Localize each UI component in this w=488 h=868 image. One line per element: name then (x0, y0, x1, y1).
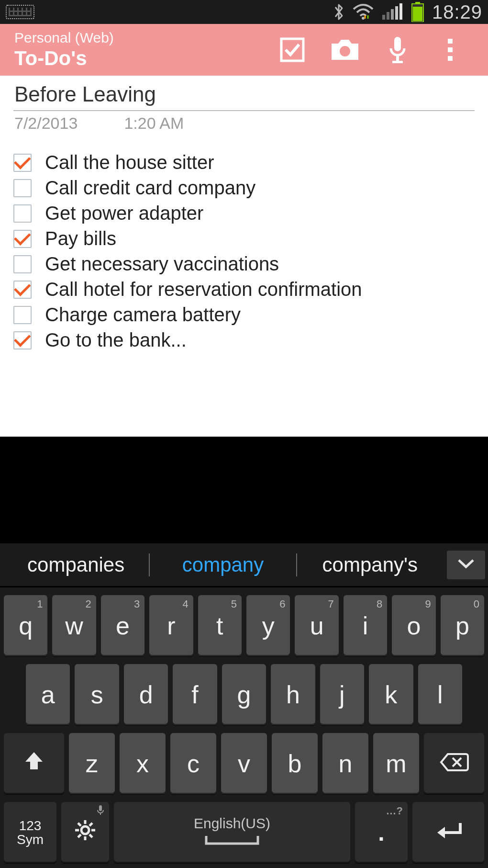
todo-text[interactable]: Call the house sitter (45, 152, 214, 173)
key-x[interactable]: x (120, 733, 166, 794)
symbols-mode-key[interactable]: 123 Sym (4, 802, 56, 863)
todo-checkbox[interactable] (13, 306, 32, 324)
key-s[interactable]: s (75, 664, 119, 725)
key-label: h (286, 680, 300, 709)
key-label: c (187, 749, 200, 778)
key-label: v (238, 749, 250, 778)
key-sup: 6 (279, 598, 285, 610)
svg-rect-18 (100, 813, 101, 815)
svg-rect-16 (448, 56, 453, 61)
suggestion[interactable]: company (150, 553, 296, 576)
soft-keyboard[interactable]: companiescompanycompany's 1q2w3e4r5t6y7u… (0, 543, 488, 868)
suggestion[interactable]: company's (297, 553, 443, 576)
svg-rect-4 (395, 6, 398, 20)
todo-item[interactable]: Get power adapter (13, 201, 475, 226)
key-sup: 2 (86, 598, 91, 610)
todo-item[interactable]: Call the house sitter (13, 150, 475, 175)
svg-point-19 (81, 826, 89, 834)
key-label: r (167, 611, 175, 640)
key-c[interactable]: c (170, 733, 216, 794)
key-m[interactable]: m (373, 733, 419, 794)
suggestion[interactable]: companies (3, 553, 149, 576)
todo-text[interactable]: Call credit card company (45, 177, 255, 199)
keyboard-settings-key[interactable] (61, 802, 109, 863)
backspace-key[interactable] (424, 733, 484, 794)
key-e[interactable]: 3e (101, 595, 144, 656)
todo-text[interactable]: Pay bills (45, 228, 116, 249)
todo-item[interactable]: Pay bills (13, 226, 475, 251)
space-language-label: English(US) (194, 815, 270, 832)
svg-rect-8 (413, 7, 422, 21)
key-b[interactable]: b (272, 733, 318, 794)
key-y[interactable]: 6y (246, 595, 290, 656)
svg-rect-3 (391, 9, 394, 20)
new-checklist-button[interactable] (266, 24, 319, 76)
period-key[interactable]: …? . (355, 802, 408, 863)
todo-item[interactable]: Charge camera battery (13, 302, 475, 327)
key-a[interactable]: a (26, 664, 70, 725)
key-d[interactable]: d (124, 664, 168, 725)
key-sup: 0 (474, 598, 479, 610)
key-n[interactable]: n (322, 733, 368, 794)
voice-note-button[interactable] (371, 24, 424, 76)
note-editor[interactable]: Before Leaving 7/2/2013 1:20 AM Call the… (0, 76, 488, 437)
todo-text[interactable]: Get power adapter (45, 203, 203, 224)
key-v[interactable]: v (221, 733, 267, 794)
todo-checkbox[interactable] (13, 331, 32, 349)
key-k[interactable]: k (369, 664, 413, 725)
key-label: j (339, 680, 345, 709)
overflow-button[interactable] (424, 24, 477, 76)
todo-text[interactable]: Go to the bank... (45, 329, 187, 351)
todo-item[interactable]: Call hotel for reservation confirmation (13, 277, 475, 302)
period-sup: …? (386, 805, 403, 817)
todo-checkbox[interactable] (13, 179, 32, 197)
todo-checkbox[interactable] (13, 255, 32, 273)
todo-checkbox[interactable] (13, 154, 32, 172)
key-t[interactable]: 5t (198, 595, 242, 656)
key-z[interactable]: z (69, 733, 115, 794)
collapse-suggestions-button[interactable] (447, 551, 485, 579)
svg-line-27 (78, 834, 81, 837)
svg-rect-2 (387, 12, 389, 20)
key-w[interactable]: 2w (52, 595, 96, 656)
key-h[interactable]: h (271, 664, 315, 725)
shift-key[interactable] (4, 733, 64, 794)
todo-item[interactable]: Call credit card company (13, 175, 475, 201)
battery-icon (411, 2, 424, 22)
todo-list[interactable]: Call the house sitterCall credit card co… (13, 150, 475, 353)
key-r[interactable]: 4r (149, 595, 193, 656)
key-j[interactable]: j (320, 664, 364, 725)
backspace-icon (439, 749, 469, 778)
todo-item[interactable]: Get necessary vaccinations (13, 251, 475, 277)
key-o[interactable]: 9o (392, 595, 435, 656)
todo-text[interactable]: Get necessary vaccinations (45, 253, 279, 275)
key-row-1: 1q2w3e4r5t6y7u8i9o0p (0, 587, 488, 656)
todo-checkbox[interactable] (13, 281, 32, 299)
todo-checkbox[interactable] (13, 204, 32, 223)
key-sup: 7 (328, 598, 334, 610)
checkbox-icon (278, 36, 306, 64)
key-f[interactable]: f (173, 664, 217, 725)
key-label: p (455, 611, 469, 640)
key-u[interactable]: 7u (295, 595, 338, 656)
todo-checkbox[interactable] (13, 230, 32, 248)
enter-key[interactable] (412, 802, 484, 863)
todo-item[interactable]: Go to the bank... (13, 327, 475, 353)
key-p[interactable]: 0p (441, 595, 484, 656)
actionbar-titles[interactable]: Personal (Web) To-Do's (14, 30, 114, 70)
attach-photo-button[interactable] (319, 24, 371, 76)
key-q[interactable]: 1q (4, 595, 47, 656)
key-label: b (288, 749, 302, 778)
todo-text[interactable]: Call hotel for reservation confirmation (45, 279, 362, 300)
suggestion-bar[interactable]: companiescompanycompany's (0, 543, 488, 587)
note-title[interactable]: Before Leaving (13, 82, 475, 111)
key-label: d (139, 680, 153, 709)
key-l[interactable]: l (418, 664, 462, 725)
key-g[interactable]: g (222, 664, 266, 725)
key-i[interactable]: 8i (344, 595, 387, 656)
key-label: i (363, 611, 368, 640)
key-label: w (65, 611, 83, 640)
todo-text[interactable]: Charge camera battery (45, 304, 241, 326)
signal-icon (381, 3, 403, 21)
space-key[interactable]: English(US) (114, 802, 350, 863)
